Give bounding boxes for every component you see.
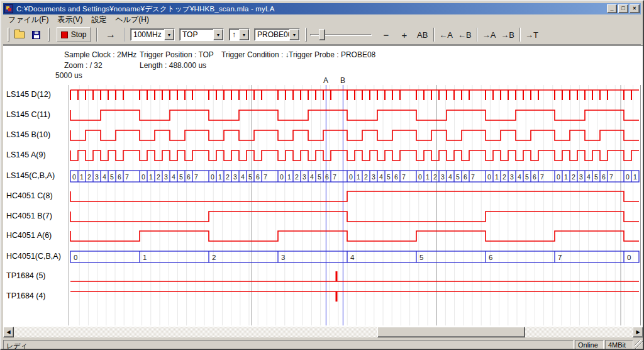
strobe-pulse xyxy=(508,90,509,100)
bus-cell-value: 5 xyxy=(456,173,460,181)
strobe-pulse xyxy=(584,90,586,100)
bus-cell-value: 6 xyxy=(464,173,467,181)
strobe-pulse xyxy=(362,90,363,100)
bus-cell-value: 6 xyxy=(533,173,536,181)
waveform-plot[interactable]: 0123456701234567012345670123456701234567… xyxy=(1,1,644,350)
strobe-pulse xyxy=(177,90,178,100)
bus-cell-value: 4 xyxy=(241,173,245,181)
bus-cell-value: 3 xyxy=(95,173,99,181)
strobe-pulse xyxy=(399,90,401,100)
horizontal-scrollbar[interactable]: ◀ ▶ xyxy=(3,327,643,337)
bus-cell-value: 7 xyxy=(471,173,475,181)
bus-cell-value: 6 xyxy=(118,173,121,181)
bus-cell-value: 0 xyxy=(626,173,630,181)
bus-cell-value: 1 xyxy=(218,173,222,181)
bus-cell-value: 5 xyxy=(318,173,321,181)
bus-cell-value: 2 xyxy=(502,173,506,181)
strobe-pulse xyxy=(377,90,378,100)
bus-cell-value: 2 xyxy=(364,173,368,181)
bus-cell-value: 6 xyxy=(602,173,606,181)
strobe-pulse xyxy=(530,90,531,100)
strobe-pulse xyxy=(599,90,601,100)
strobe-pulse xyxy=(554,90,555,100)
bus-cell-value: 7 xyxy=(609,173,613,181)
bus-cell-value: 2 xyxy=(87,173,91,181)
bus-cell-value: 0 xyxy=(487,173,491,181)
bus-cell-value: 3 xyxy=(233,173,237,181)
bus-cell-value: 4 xyxy=(350,254,355,261)
bus-cell-value: 0 xyxy=(627,254,631,261)
bus-cell-value: 4 xyxy=(379,173,383,181)
bus-cell-value: 7 xyxy=(264,173,267,181)
strobe-pulse xyxy=(492,90,494,100)
bus-cell-value: 0 xyxy=(142,173,145,181)
strobe-pulse xyxy=(216,90,217,100)
strobe-pulse xyxy=(347,90,348,100)
strobe-pulse xyxy=(223,90,225,100)
strobe-pulse xyxy=(70,90,71,100)
bus-cell-value: 4 xyxy=(518,173,521,181)
bus-cell-value: 1 xyxy=(80,173,84,181)
strobe-pulse xyxy=(85,90,86,100)
strobe-pulse xyxy=(231,90,232,100)
scroll-left-icon[interactable]: ◀ xyxy=(3,327,14,337)
strobe-pulse xyxy=(392,90,393,100)
bus-cell-value: 5 xyxy=(594,173,598,181)
bus-cell-value: 5 xyxy=(248,173,252,181)
strobe-pulse xyxy=(139,90,140,100)
bus-cell-value: 1 xyxy=(357,173,360,181)
tp-pulse xyxy=(336,291,338,302)
bus-cell-value: 7 xyxy=(540,173,544,181)
wave-line xyxy=(70,231,639,241)
strobe-pulse xyxy=(631,90,632,100)
bus-cell-value: 5 xyxy=(419,254,423,261)
bus-cell-value: 1 xyxy=(143,254,147,261)
strobe-pulse xyxy=(92,90,94,100)
bus-cell-value: 6 xyxy=(325,173,329,181)
bus-cell-value: 5 xyxy=(387,173,391,181)
wave-line xyxy=(70,191,639,201)
strobe-pulse xyxy=(538,90,539,100)
bus-cell-value: 7 xyxy=(125,173,129,181)
bus-cell-value: 0 xyxy=(557,173,560,181)
bus-cell-value: 7 xyxy=(402,173,406,181)
bus-cell-value: 2 xyxy=(295,173,299,181)
bus-cell-value: 2 xyxy=(212,254,216,261)
strobe-pulse xyxy=(100,90,101,100)
bus-cell-value: 6 xyxy=(394,173,398,181)
bus-cell-value: 7 xyxy=(333,173,336,181)
strobe-pulse xyxy=(592,90,593,100)
bus-cell-value: 3 xyxy=(441,173,445,181)
strobe-pulse xyxy=(238,90,240,100)
bus-cell-value: 5 xyxy=(110,173,114,181)
strobe-pulse xyxy=(423,90,425,100)
strobe-pulse xyxy=(577,90,578,100)
strobe-pulse xyxy=(115,90,116,100)
bus-cell-value: 6 xyxy=(489,254,492,261)
strobe-pulse xyxy=(253,90,255,100)
bus-outline xyxy=(70,251,639,262)
status-bar: レディ Online 4MBit xyxy=(3,339,643,349)
strobe-pulse xyxy=(246,90,247,100)
tp-pulse xyxy=(336,271,338,281)
bus-cell-value: 4 xyxy=(310,173,314,181)
bus-cell-value: 5 xyxy=(179,173,183,181)
resize-grip[interactable] xyxy=(635,340,643,349)
bus-cell-value: 5 xyxy=(525,173,529,181)
scroll-right-icon[interactable]: ▶ xyxy=(633,327,643,337)
bus-cell-value: 2 xyxy=(157,173,160,181)
strobe-pulse xyxy=(354,90,355,100)
strobe-pulse xyxy=(208,90,209,100)
strobe-pulse xyxy=(485,90,486,100)
bus-cell-value: 1 xyxy=(633,173,637,181)
bus-cell-value: 0 xyxy=(349,173,353,181)
strobe-pulse xyxy=(261,90,262,100)
strobe-pulse xyxy=(192,90,193,100)
scrollbar-thumb[interactable] xyxy=(377,327,525,337)
bus-cell-value: 0 xyxy=(280,173,284,181)
strobe-pulse xyxy=(500,90,501,100)
strobe-pulse xyxy=(416,90,417,100)
bus-cell-value: 2 xyxy=(433,173,437,181)
bus-cell-value: 3 xyxy=(372,173,375,181)
bus-cell-value: 1 xyxy=(287,173,291,181)
